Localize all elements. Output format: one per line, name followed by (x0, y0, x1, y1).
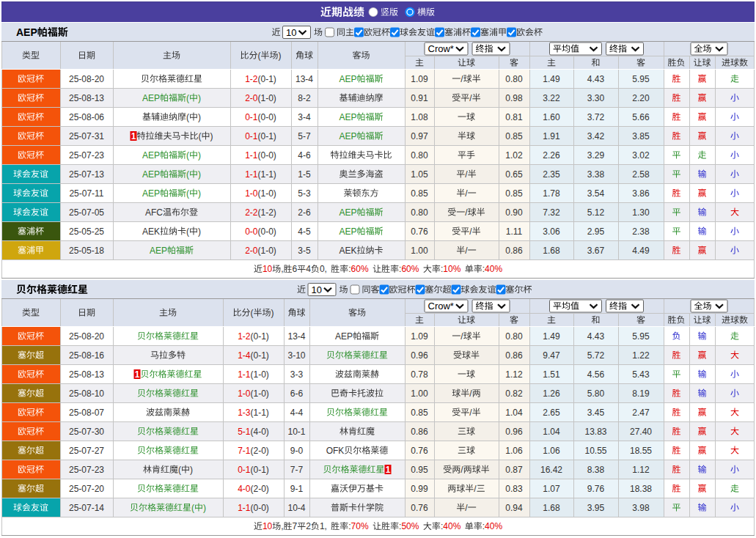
svg-text:1.09: 1.09 (411, 331, 428, 342)
svg-text:40%: 40% (485, 521, 502, 531)
svg-text:1.68: 1.68 (543, 246, 560, 256)
svg-text:13-4: 13-4 (288, 331, 306, 342)
svg-text:5.12: 5.12 (587, 207, 605, 218)
svg-text:1-0: 1-0 (245, 188, 258, 199)
svg-text:AEP: AEP (142, 188, 160, 199)
svg-text:(1-1): (1-1) (251, 408, 269, 418)
svg-text:5-3: 5-3 (298, 188, 311, 199)
svg-text:1-1: 1-1 (238, 503, 251, 513)
svg-text:4: 4 (306, 264, 311, 274)
svg-text:3.30: 3.30 (587, 93, 605, 103)
svg-text:AEK: AEK (142, 226, 160, 237)
svg-text:13.83: 13.83 (585, 427, 607, 437)
svg-text:1-2: 1-2 (245, 74, 258, 84)
svg-text:5.80: 5.80 (587, 388, 605, 399)
svg-text:(: ( (186, 112, 189, 122)
svg-text:9-1: 9-1 (290, 484, 304, 494)
svg-text:0.91: 0.91 (411, 93, 428, 103)
svg-text:2-2: 2-2 (245, 207, 258, 218)
svg-text:4-4: 4-4 (290, 408, 304, 418)
svg-text:(: ( (199, 131, 202, 141)
svg-text:18.55: 18.55 (630, 446, 652, 456)
svg-text:1.11: 1.11 (506, 226, 523, 237)
svg-text:2-0: 2-0 (245, 93, 258, 103)
svg-text:(0-1): (0-1) (258, 131, 276, 141)
svg-text:1.26: 1.26 (543, 388, 560, 399)
svg-text:2.35: 2.35 (543, 169, 560, 180)
svg-text:2.58: 2.58 (632, 169, 650, 180)
svg-text:25-07-05: 25-07-05 (69, 207, 104, 218)
svg-text:1.06: 1.06 (505, 446, 523, 456)
svg-text:(0-0): (0-0) (251, 503, 269, 513)
svg-text:0.87: 0.87 (505, 465, 523, 475)
svg-text:25-08-13: 25-08-13 (69, 93, 104, 103)
svg-text:4.49: 4.49 (632, 246, 650, 256)
svg-text:AEP: AEP (340, 112, 357, 122)
svg-text:2-6: 2-6 (298, 207, 311, 218)
svg-text:50%: 50% (401, 521, 419, 531)
svg-text:(1-0): (1-0) (258, 246, 276, 256)
svg-text:AEP: AEP (340, 226, 357, 237)
svg-text:8-2: 8-2 (298, 93, 311, 103)
svg-text:1.04: 1.04 (505, 408, 523, 418)
svg-text:(1-0): (1-0) (251, 388, 269, 399)
svg-text:2.65: 2.65 (543, 408, 560, 418)
svg-text:(0-1): (0-1) (251, 465, 269, 475)
svg-text:27.40: 27.40 (630, 427, 652, 437)
svg-text:AFC: AFC (145, 207, 163, 218)
svg-text:): ) (198, 93, 201, 103)
svg-text:,: , (281, 264, 283, 274)
svg-text:0-0: 0-0 (245, 226, 258, 237)
svg-text:AEP: AEP (142, 93, 160, 103)
svg-text:25-07-13: 25-07-13 (69, 169, 104, 180)
svg-text:6-6: 6-6 (290, 388, 304, 399)
svg-text:0.81: 0.81 (505, 112, 523, 122)
svg-text:AEP: AEP (340, 207, 357, 218)
svg-text:70%: 70% (351, 521, 369, 531)
svg-text:25-08-07: 25-08-07 (69, 408, 104, 418)
svg-text:0.86: 0.86 (505, 350, 523, 361)
svg-text:1.12: 1.12 (632, 465, 650, 475)
svg-text:1.07: 1.07 (543, 484, 560, 494)
svg-text:0,: 0, (320, 264, 327, 274)
svg-text:18.38: 18.38 (630, 484, 652, 494)
svg-text:2.38: 2.38 (632, 226, 650, 237)
svg-text:0.80: 0.80 (411, 207, 428, 218)
svg-text:0-1: 0-1 (245, 131, 258, 141)
svg-text:25-08-13: 25-08-13 (69, 369, 104, 380)
svg-text:(1-0): (1-0) (251, 369, 269, 380)
svg-text:25-07-23: 25-07-23 (69, 465, 104, 475)
svg-text:(: ( (251, 308, 254, 318)
svg-text:1: 1 (386, 465, 391, 475)
svg-text:25-05-25: 25-05-25 (69, 226, 104, 237)
svg-text:(1-1): (1-1) (258, 169, 276, 180)
svg-text:3.22: 3.22 (543, 93, 560, 103)
svg-text:0.65: 0.65 (505, 169, 523, 180)
svg-text:3.72: 3.72 (587, 112, 605, 122)
svg-text:0.85: 0.85 (411, 408, 428, 418)
svg-text:0.76: 0.76 (411, 226, 428, 237)
svg-text:(: ( (186, 188, 189, 199)
svg-text:): ) (210, 131, 213, 141)
svg-text:3.45: 3.45 (587, 408, 605, 418)
svg-text:10-4: 10-4 (288, 503, 306, 513)
svg-text:0.76: 0.76 (411, 446, 428, 456)
svg-text:OFK: OFK (326, 446, 345, 456)
svg-text:25-07-20: 25-07-20 (69, 484, 104, 494)
svg-text:0.86: 0.86 (505, 246, 523, 256)
svg-text:(0-0): (0-0) (258, 112, 276, 122)
svg-text:0.83: 0.83 (505, 484, 523, 494)
svg-text:3-10: 3-10 (288, 350, 306, 361)
svg-text:1-0: 1-0 (238, 388, 251, 399)
svg-text:3.98: 3.98 (632, 503, 650, 513)
svg-text:1.09: 1.09 (411, 74, 428, 84)
svg-text:(0-0): (0-0) (258, 226, 276, 237)
svg-text:AEP: AEP (335, 331, 353, 342)
svg-text:(0-0): (0-0) (258, 150, 276, 161)
svg-text:5-7: 5-7 (298, 131, 311, 141)
svg-text:1.00: 1.00 (411, 246, 428, 256)
svg-text:1.49: 1.49 (543, 331, 560, 342)
svg-text:(: ( (186, 150, 189, 161)
svg-text:25-08-20: 25-08-20 (69, 331, 104, 342)
svg-text:4-6: 4-6 (298, 150, 311, 161)
